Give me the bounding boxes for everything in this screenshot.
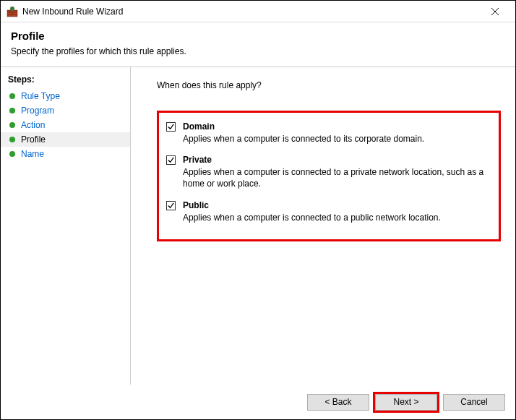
wizard-header: Profile Specify the profiles for which t…	[1, 22, 515, 67]
profile-private-label: Private	[183, 155, 489, 165]
step-label: Rule Type	[21, 91, 60, 101]
checkbox-public[interactable]	[166, 201, 176, 210]
checkmark-icon	[167, 202, 175, 210]
steps-heading: Steps:	[1, 72, 130, 89]
step-name[interactable]: Name	[1, 147, 130, 161]
firewall-icon	[7, 6, 18, 17]
profile-private-desc: Applies when a computer is connected to …	[183, 166, 489, 189]
step-label: Name	[21, 149, 44, 159]
profiles-highlight-box: Domain Applies when a computer is connec…	[157, 111, 501, 241]
step-bullet-icon	[9, 151, 15, 157]
apply-question: When does this rule apply?	[157, 80, 501, 90]
checkmark-icon	[167, 123, 175, 131]
checkbox-private[interactable]	[166, 155, 176, 165]
page-title: Profile	[11, 30, 505, 42]
wizard-content: When does this rule apply? Domain Applie…	[131, 67, 515, 385]
profile-text: Domain Applies when a computer is connec…	[183, 121, 489, 145]
step-bullet-icon	[9, 137, 15, 142]
step-label: Action	[21, 120, 45, 130]
step-label: Program	[21, 106, 54, 116]
wizard-window: New Inbound Rule Wizard Profile Specify …	[0, 0, 516, 420]
wizard-footer: < Back Next > Cancel	[1, 385, 515, 419]
checkmark-icon	[167, 156, 175, 164]
step-bullet-icon	[9, 93, 15, 99]
step-action[interactable]: Action	[1, 118, 130, 132]
step-bullet-icon	[9, 122, 15, 128]
page-subtitle: Specify the profiles for which this rule…	[11, 46, 505, 56]
step-bullet-icon	[9, 108, 15, 113]
close-button[interactable]	[481, 1, 509, 22]
window-title: New Inbound Rule Wizard	[22, 7, 481, 17]
steps-sidebar: Steps: Rule Type Program Action Profile …	[1, 67, 131, 385]
profile-domain: Domain Applies when a computer is connec…	[166, 121, 489, 145]
titlebar: New Inbound Rule Wizard	[1, 1, 515, 22]
step-label: Profile	[21, 134, 46, 145]
profile-domain-desc: Applies when a computer is connected to …	[183, 133, 489, 145]
profile-private: Private Applies when a computer is conne…	[166, 155, 489, 189]
checkbox-domain[interactable]	[166, 122, 176, 132]
profile-text: Private Applies when a computer is conne…	[183, 155, 489, 189]
profile-domain-label: Domain	[183, 121, 489, 132]
step-program[interactable]: Program	[1, 103, 130, 118]
profile-text: Public Applies when a computer is connec…	[183, 200, 489, 223]
back-button[interactable]: < Back	[307, 394, 369, 411]
step-profile[interactable]: Profile	[1, 132, 130, 147]
wizard-body: Steps: Rule Type Program Action Profile …	[1, 67, 515, 385]
cancel-button[interactable]: Cancel	[443, 394, 505, 411]
profile-public-desc: Applies when a computer is connected to …	[183, 212, 489, 223]
svg-point-6	[10, 7, 14, 11]
profile-public-label: Public	[183, 200, 489, 210]
profile-public: Public Applies when a computer is connec…	[166, 200, 489, 223]
close-icon	[491, 8, 499, 15]
step-rule-type[interactable]: Rule Type	[1, 89, 130, 103]
next-button[interactable]: Next >	[375, 394, 437, 411]
